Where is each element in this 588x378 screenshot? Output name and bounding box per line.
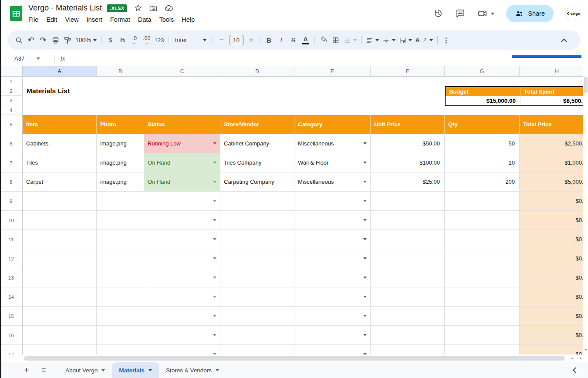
version-history-icon[interactable] [433,8,443,19]
row-header-17[interactable]: 17 [0,345,23,354]
cell-A15[interactable] [23,307,97,326]
borders-button[interactable] [330,34,342,47]
zoom-control[interactable]: 100% [74,34,98,47]
cell-G16[interactable] [445,326,520,345]
cell-G8[interactable]: 200 [445,172,520,192]
header-cell-H5[interactable]: Total Price [520,115,588,134]
text-color-button[interactable]: A [300,34,312,47]
cell-A10[interactable] [23,211,97,230]
row-header-3[interactable]: 3 [0,96,23,105]
cell-C6[interactable]: Running Low [144,134,220,153]
cell-B7[interactable]: image.png [97,153,144,172]
more-toolbar-button[interactable]: ⋮ [440,34,453,47]
cell-B10[interactable] [97,211,144,230]
cell-B13[interactable] [97,268,144,287]
cell-E7[interactable]: Wall & Floor [294,153,371,172]
cell-F11[interactable] [371,230,445,249]
header-cell-C5[interactable]: Status [144,115,220,134]
text-rotation-button[interactable]: A [414,34,435,47]
cell-G7[interactable]: 10 [445,153,520,172]
cell-F7[interactable]: $100.00 [371,153,445,172]
cell-E11[interactable] [294,230,371,249]
cell-D15[interactable] [220,307,294,326]
column-header-C[interactable]: C [144,66,220,77]
cell-B12[interactable] [97,249,144,268]
cell-F17[interactable] [371,345,445,354]
cell-E17[interactable] [294,345,371,354]
row-1-cells[interactable] [23,77,588,86]
cell-D12[interactable] [220,249,294,268]
select-all-corner[interactable] [0,66,23,77]
cell-A16[interactable] [23,326,97,345]
cell-E10[interactable] [294,211,371,230]
cell-G12[interactable] [445,249,520,268]
cell-H11[interactable]: $0.00 [520,230,588,249]
account-avatar[interactable]: vergo [565,6,581,21]
menu-data[interactable]: Data [134,15,155,24]
increase-font-size-button[interactable]: + [245,34,257,47]
cell-D16[interactable] [220,326,294,345]
cell-E9[interactable] [294,192,371,211]
cell-G9[interactable] [445,192,520,211]
cell-B15[interactable] [97,307,144,326]
cell-B9[interactable] [97,192,144,211]
collapse-panel-button[interactable] [572,367,577,373]
column-header-E[interactable]: E [294,66,371,77]
cell-A11[interactable] [23,230,97,249]
cell-G6[interactable]: 50 [445,134,520,153]
font-size-input[interactable]: 10 [228,34,245,47]
cloud-status-icon[interactable] [164,3,173,13]
cell-H7[interactable]: $1,000.00 [520,153,588,172]
row-header-9[interactable]: 9 [0,192,23,211]
cell-A6[interactable]: Cabinets [23,134,97,153]
row-header-7[interactable]: 7 [0,153,23,172]
header-cell-G5[interactable]: Qty [445,115,520,134]
sheet-tab-materials[interactable]: Materials [112,362,159,378]
cell-H16[interactable]: $0.00 [520,326,588,345]
merge-cells-button[interactable] [342,34,358,47]
header-cell-F5[interactable]: Unit Price [371,115,445,134]
column-header-D[interactable]: D [220,66,294,77]
cell-H2[interactable]: Total Spent [520,87,588,96]
cell-D11[interactable] [220,230,294,249]
cell-C15[interactable] [144,307,220,326]
join-call-control[interactable] [477,8,494,19]
cell-C9[interactable] [144,192,220,211]
header-cell-E5[interactable]: Category [294,115,371,134]
search-menus-button[interactable] [13,34,25,47]
cell-H9[interactable]: $0.00 [520,192,588,211]
name-box[interactable]: A37 [1,55,50,62]
cell-H14[interactable]: $0.00 [520,287,588,307]
add-sheet-button[interactable]: + [24,366,29,375]
vertical-align-button[interactable] [381,34,397,47]
row-header-16[interactable]: 16 [0,326,23,345]
redo-button[interactable]: ↷ [37,34,49,47]
cell-E12[interactable] [294,249,371,268]
paint-format-button[interactable] [61,34,74,47]
row-header-5[interactable]: 5 [0,115,23,134]
cell-C11[interactable] [144,230,220,249]
cell-H10[interactable]: $0.00 [520,211,588,230]
all-sheets-button[interactable]: ≡ [42,366,46,374]
cell-G10[interactable] [445,211,520,230]
menu-help[interactable]: Help [178,15,199,24]
cell-D13[interactable] [220,268,294,287]
undo-button[interactable]: ↶ [25,34,37,47]
column-header-G[interactable]: G [445,66,520,77]
star-icon[interactable] [134,4,142,12]
cell-B11[interactable] [97,230,144,249]
cell-B8[interactable]: image.png [97,172,144,192]
cell-F14[interactable] [371,287,445,307]
cell-C7[interactable]: On Hand [144,153,220,172]
row-header-12[interactable]: 12 [0,249,23,268]
fill-color-button[interactable] [318,34,330,47]
comments-icon[interactable] [455,8,466,19]
row-header-6[interactable]: 6 [0,134,23,153]
row-header-4[interactable]: 4 [0,105,23,115]
cell-A17[interactable] [23,345,97,354]
cell-D17[interactable] [220,345,294,354]
menu-file[interactable]: File [24,15,42,24]
print-button[interactable] [49,34,61,47]
cell-A14[interactable] [23,287,97,307]
cell-B16[interactable] [97,326,144,345]
